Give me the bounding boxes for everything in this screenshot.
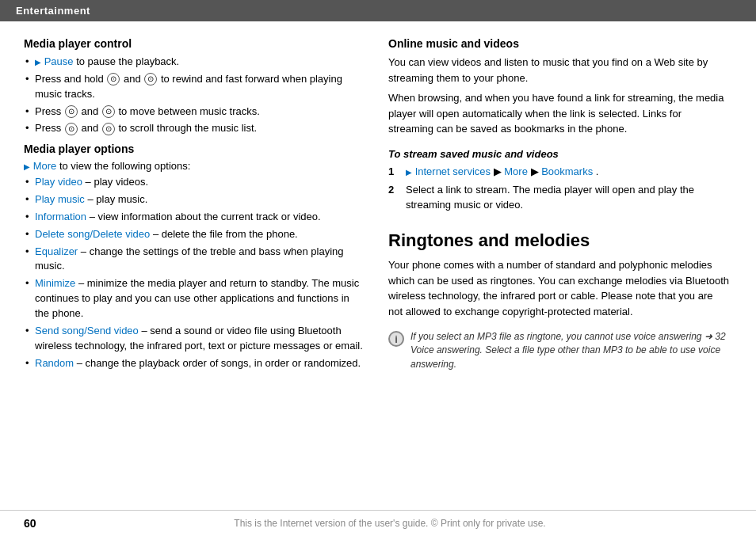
list-item: Press ⊙ and ⊙ to move between music trac…: [24, 105, 365, 120]
online-music-title: Online music and videos: [388, 37, 729, 50]
option-minimize: Minimize: [35, 277, 75, 289]
scroll-up-icon: ⊙: [65, 123, 78, 135]
stream-steps: 1 ▶ Internet services ▶ More ▶ Bookmarks…: [388, 165, 729, 214]
internet-services-label: Internet services: [415, 165, 491, 177]
online-music-para2: When browsing, and when you have found a…: [388, 90, 729, 137]
next-icon: ⊙: [102, 105, 115, 118]
step1-arrow1: ▶: [494, 165, 505, 177]
list-item: Send song/Send video – send a sound or v…: [24, 324, 365, 354]
header-label: Entertainment: [16, 5, 90, 17]
list-item: Play music – play music.: [24, 192, 365, 207]
option-delete-song: Delete song/Delete video: [35, 228, 150, 240]
page: Entertainment Media player control ▶ Pau…: [0, 0, 756, 536]
left-column: Media player control ▶ Pause to pause th…: [24, 37, 365, 377]
option-information: Information: [35, 211, 86, 222]
header-bar: Entertainment: [0, 0, 756, 21]
step-2-text: Select a link to stream. The media playe…: [406, 183, 729, 213]
stream-title: To stream saved music and videos: [388, 148, 729, 160]
info-icon: i: [388, 331, 404, 347]
online-music-section: Online music and videos You can view vid…: [388, 37, 729, 137]
stream-step-1: 1 ▶ Internet services ▶ More ▶ Bookmarks…: [388, 165, 729, 180]
list-item: Equalizer – change the settings of the t…: [24, 245, 365, 275]
media-player-options-title: Media player options: [24, 143, 365, 155]
list-item: Information – view information about the…: [24, 210, 365, 225]
more-label2: More: [504, 165, 528, 177]
step1-arrow2: ▶: [531, 165, 542, 177]
online-music-para1: You can view videos and listen to music …: [388, 55, 729, 86]
options-list: Play video – play videos. Play music – p…: [24, 175, 365, 371]
step-num-1: 1: [388, 165, 401, 180]
rewind-icon: ⊙: [107, 73, 120, 86]
content-area: Media player control ▶ Pause to pause th…: [0, 21, 756, 385]
list-item: Play video – play videos.: [24, 175, 365, 190]
ringtones-para: Your phone comes with a number of standa…: [388, 257, 729, 319]
options-arrow-item: ▶ More to view the following options:: [24, 160, 365, 172]
media-player-control-title: Media player control: [24, 37, 365, 50]
forward-icon: ⊙: [144, 73, 157, 86]
footer-page-number: 60: [24, 517, 48, 530]
pause-rest: to pause the playback.: [76, 55, 179, 67]
stream-step-2: 2 Select a link to stream. The media pla…: [388, 183, 729, 213]
right-column: Online music and videos You can view vid…: [388, 37, 729, 377]
info-box: i If you select an MP3 file as ringtone,…: [388, 330, 729, 371]
list-item: Minimize – minimize the media player and…: [24, 276, 365, 321]
option-play-video: Play video: [35, 176, 82, 188]
media-player-control-list: ▶ Pause to pause the playback. Press and…: [24, 55, 365, 136]
more-label: More: [33, 160, 57, 172]
arrow-icon: ▶: [35, 58, 41, 67]
more-arrow-icon: ▶: [24, 162, 30, 171]
stream-section: To stream saved music and videos 1 ▶ Int…: [388, 148, 729, 214]
list-item: Press and hold ⊙ and ⊙ to rewind and fas…: [24, 72, 365, 102]
step1-period: .: [596, 165, 599, 177]
more-rest: to view the following options:: [59, 160, 190, 172]
footer: 60 This is the Internet version of the u…: [0, 510, 756, 536]
ringtones-section: Ringtones and melodies Your phone comes …: [388, 230, 729, 319]
step-num-2: 2: [388, 183, 401, 213]
list-item: Random – change the playback order of so…: [24, 356, 365, 371]
bookmarks-label: Bookmarks: [541, 165, 593, 177]
internet-arrow-icon: ▶: [406, 168, 412, 177]
list-item: Press ⊙ and ⊙ to scroll through the musi…: [24, 121, 365, 136]
info-icon-label: i: [395, 333, 398, 345]
option-equalizer: Equalizer: [35, 245, 78, 257]
option-send-song: Send song/Send video: [35, 325, 139, 336]
list-item: Delete song/Delete video – delete the fi…: [24, 227, 365, 242]
list-item: ▶ Pause to pause the playback.: [24, 55, 365, 70]
info-box-text: If you select an MP3 file as ringtone, y…: [410, 330, 729, 371]
pause-label: Pause: [44, 55, 74, 67]
media-player-options-section: Media player options ▶ More to view the …: [24, 143, 365, 371]
option-play-music: Play music: [35, 193, 85, 205]
scroll-down-icon: ⊙: [102, 123, 115, 135]
footer-note: This is the Internet version of the user…: [48, 518, 732, 529]
media-player-control-section: Media player control ▶ Pause to pause th…: [24, 37, 365, 136]
step-1-content: ▶ Internet services ▶ More ▶ Bookmarks .: [406, 165, 598, 180]
prev-icon: ⊙: [65, 105, 78, 118]
option-random: Random: [35, 357, 74, 369]
ringtones-title: Ringtones and melodies: [388, 230, 729, 251]
